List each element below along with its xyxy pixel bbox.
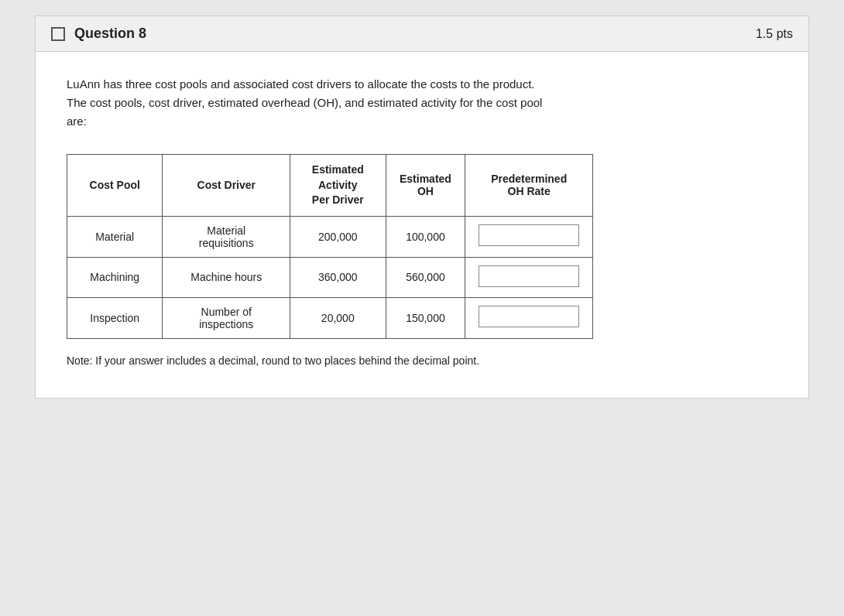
col-header-cost-driver: Cost Driver: [163, 155, 290, 217]
note-text: Note: If your answer includes a decimal,…: [67, 354, 777, 367]
cost-pool-table: Cost Pool Cost Driver Estimated Activity…: [67, 154, 593, 339]
question-card: Question 8 1.5 pts LuAnn has three cost …: [35, 15, 809, 399]
cell-cost-driver-inspection: Number of inspections: [163, 297, 290, 338]
cell-rate-inspection: [465, 297, 593, 338]
col-header-cost-pool: Cost Pool: [67, 155, 163, 217]
cell-cost-pool-material: Material: [67, 216, 163, 257]
header-left: Question 8: [51, 26, 146, 42]
cell-rate-machining: [465, 257, 593, 297]
question-title: Question 8: [74, 26, 146, 42]
col-header-predetermined: Predetermined OH Rate: [465, 155, 593, 217]
table-row: Material Material requisitions 200,000 1…: [67, 216, 593, 257]
rate-input-machining[interactable]: [479, 265, 579, 287]
cell-activity-inspection: 20,000: [290, 297, 386, 338]
cell-rate-material: [465, 216, 593, 257]
bookmark-icon[interactable]: [51, 27, 65, 41]
cell-cost-driver-material: Material requisitions: [163, 216, 290, 257]
points-label: 1.5 pts: [756, 27, 793, 41]
cell-oh-material: 100,000: [386, 216, 465, 257]
cell-activity-material: 200,000: [290, 216, 386, 257]
table-row: Inspection Number of inspections 20,000 …: [67, 297, 593, 338]
table-row: Machining Machine hours 360,000 560,000: [67, 257, 593, 297]
rate-input-inspection[interactable]: [479, 306, 579, 327]
card-body: LuAnn has three cost pools and associate…: [36, 52, 808, 398]
description-line3: are:: [67, 115, 87, 128]
cell-oh-machining: 560,000: [386, 257, 465, 297]
cell-cost-pool-machining: Machining: [67, 257, 163, 297]
card-header: Question 8 1.5 pts: [36, 16, 808, 52]
cell-cost-driver-machining: Machine hours: [163, 257, 290, 297]
col-header-estimated-activity: Estimated Activity Per Driver: [290, 155, 386, 217]
cell-activity-machining: 360,000: [290, 257, 386, 297]
cell-oh-inspection: 150,000: [386, 297, 465, 338]
description: LuAnn has three cost pools and associate…: [67, 75, 777, 131]
description-line2: The cost pools, cost driver, estimated o…: [67, 96, 542, 109]
col-header-estimated-oh: Estimated OH: [386, 155, 465, 217]
description-line1: LuAnn has three cost pools and associate…: [67, 77, 535, 91]
cell-cost-pool-inspection: Inspection: [67, 297, 163, 338]
rate-input-material[interactable]: [479, 224, 579, 246]
